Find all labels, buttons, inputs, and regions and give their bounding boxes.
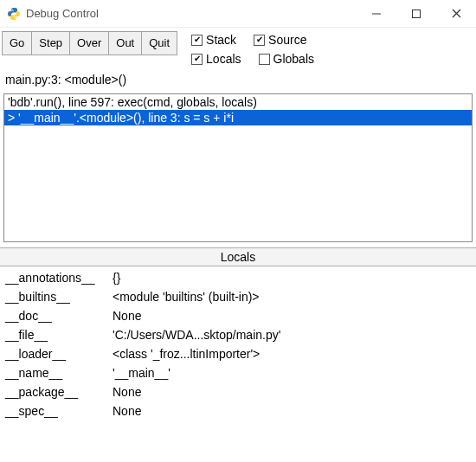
locals-key: __loader__ [5,347,113,361]
out-button[interactable]: Out [108,31,142,55]
quit-button[interactable]: Quit [141,31,177,55]
step-button[interactable]: Step [31,31,70,55]
locals-value: '__main__' [113,366,170,380]
view-checks: ✔ Stack ✔ Source ✔ Locals Globals [191,31,314,66]
locals-value: None [113,309,141,323]
locals-label: Locals [206,52,241,66]
check-icon: ✔ [191,35,203,46]
locals-row: __spec__ None [5,401,471,420]
maximize-button[interactable] [396,0,436,28]
globals-checkbox[interactable]: Globals [259,52,314,66]
debug-buttons: Go Step Over Out Quit [2,31,177,55]
unchecked-icon [259,54,270,65]
locals-row: __name__ '__main__' [5,363,471,382]
source-label: Source [268,33,306,47]
locals-header: Locals [0,247,476,266]
status-line: main.py:3: <module>() [0,69,476,93]
titlebar: Debug Control [0,0,476,28]
locals-row: __doc__ None [5,306,471,325]
stack-checkbox[interactable]: ✔ Stack [191,33,236,47]
svg-point-0 [11,9,12,10]
check-icon: ✔ [254,35,265,46]
stack-label: Stack [206,33,236,47]
locals-key: __annotations__ [5,271,113,285]
locals-row: __builtins__ <module 'builtins' (built-i… [5,287,471,306]
locals-row: __annotations__ {} [5,268,471,287]
svg-rect-3 [413,10,421,17]
globals-label: Globals [273,52,314,66]
locals-value: 'C:/Users/WDA...sktop/main.py' [113,328,280,342]
locals-key: __package__ [5,385,113,399]
minimize-button[interactable] [357,0,396,28]
source-checkbox[interactable]: ✔ Source [254,33,306,47]
svg-line-5 [453,10,460,17]
locals-row: __package__ None [5,382,471,401]
locals-checkbox[interactable]: ✔ Locals [191,52,241,66]
locals-value: <class '_froz...ltinImporter'> [113,347,260,361]
locals-row: __file__ 'C:/Users/WDA...sktop/main.py' [5,325,471,344]
stack-panel[interactable]: 'bdb'.run(), line 597: exec(cmd, globals… [3,93,473,242]
window-controls [357,0,476,28]
window-title: Debug Control [26,7,357,20]
locals-panel: __annotations__ {} __builtins__ <module … [0,266,476,422]
locals-row: __loader__ <class '_froz...ltinImporter'… [5,344,471,363]
stack-line-selected[interactable]: > '__main__'.<module>(), line 3: s = s +… [4,110,472,125]
locals-key: __file__ [5,328,113,342]
close-button[interactable] [436,0,476,28]
locals-key: __name__ [5,366,113,380]
over-button[interactable]: Over [69,31,109,55]
locals-value: {} [113,271,120,285]
stack-line[interactable]: 'bdb'.run(), line 597: exec(cmd, globals… [4,94,472,110]
locals-key: __spec__ [5,404,113,418]
svg-point-1 [15,17,16,18]
locals-key: __builtins__ [5,290,113,304]
check-icon: ✔ [191,54,203,65]
svg-line-4 [453,10,460,17]
locals-value: None [113,404,141,418]
python-icon [7,7,21,21]
locals-value: None [113,385,141,399]
go-button[interactable]: Go [2,31,32,55]
locals-key: __doc__ [5,309,113,323]
toolbar: Go Step Over Out Quit ✔ Stack ✔ Source ✔… [0,28,476,69]
locals-value: <module 'builtins' (built-in)> [113,290,260,304]
